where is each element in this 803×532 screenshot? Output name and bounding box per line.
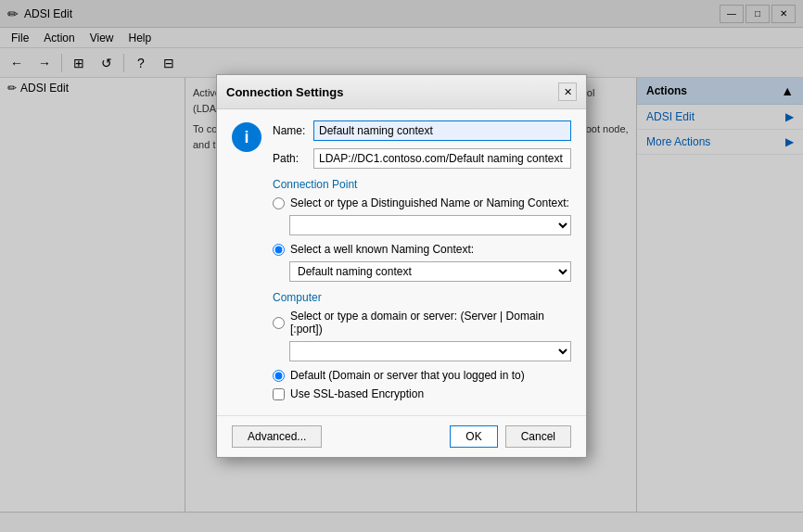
radio-naming-context-row: Select a well known Naming Context: [273,243,571,256]
radio-computer-domain-label: Select or type a domain or server: (Serv… [290,310,571,336]
radio-distinguished-name[interactable] [273,197,285,209]
naming-context-dropdown-row: Default naming context Configuration Roo… [289,261,571,282]
dialog-info-icon: i [232,122,261,152]
path-label: Path: [273,152,308,165]
dialog-title-bar: Connection Settings ✕ [217,75,586,109]
name-label: Name: [273,124,308,137]
radio-distinguished-name-label: Select or type a Distinguished Name or N… [290,196,569,209]
name-row: Name: [273,120,571,141]
connection-settings-dialog: Connection Settings ✕ i Name: Path: [216,74,587,458]
ssl-checkbox[interactable] [273,388,285,400]
radio-distinguished-name-row: Select or type a Distinguished Name or N… [273,196,571,209]
ssl-checkbox-row: Use SSL-based Encryption [273,387,571,400]
ssl-label: Use SSL-based Encryption [290,387,424,400]
dialog-form: Name: Path: Connection Point Select or t… [273,120,571,404]
advanced-button[interactable]: Advanced... [232,425,322,448]
dialog-ok-cancel-group: OK Cancel [450,425,571,448]
dialog-title: Connection Settings [226,85,343,99]
computer-select[interactable] [289,341,571,361]
cancel-button[interactable]: Cancel [505,425,571,448]
computer-dropdown-row [289,341,571,361]
radio-naming-context-label: Select a well known Naming Context: [290,243,474,256]
computer-radio2-row: Default (Domain or server that you logge… [273,369,571,382]
path-input[interactable] [313,148,571,169]
dialog-close-button[interactable]: ✕ [558,82,577,101]
distinguished-name-select[interactable] [289,215,571,235]
connection-point-header: Connection Point [273,178,571,191]
dialog-overlay: Connection Settings ✕ i Name: Path: [0,0,803,532]
radio-computer-default[interactable] [273,370,285,382]
computer-section-header: Computer [273,291,571,304]
path-row: Path: [273,148,571,169]
ok-button[interactable]: OK [450,425,497,448]
naming-context-select[interactable]: Default naming context Configuration Roo… [289,261,571,282]
dialog-icon-row: i Name: Path: Connection Point [232,120,571,404]
distinguished-name-dropdown-row [289,215,571,235]
dialog-body: i Name: Path: Connection Point [217,109,586,415]
radio-naming-context[interactable] [273,244,285,256]
name-input[interactable] [313,120,571,141]
computer-radio1-row: Select or type a domain or server: (Serv… [273,310,571,336]
radio-computer-default-label: Default (Domain or server that you logge… [290,369,525,382]
dialog-footer: Advanced... OK Cancel [217,415,586,457]
radio-computer-domain[interactable] [273,317,285,329]
